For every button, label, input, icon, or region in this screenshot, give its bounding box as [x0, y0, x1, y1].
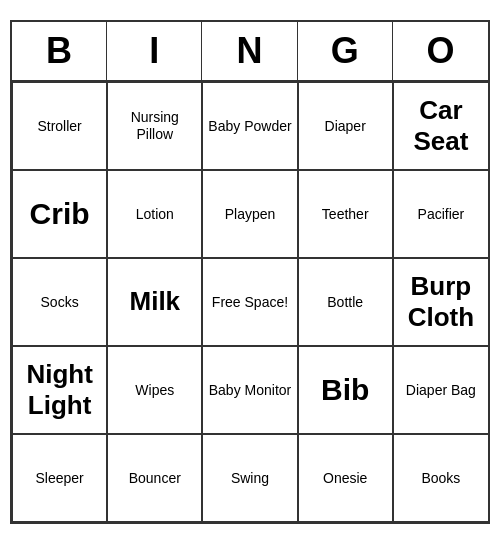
bingo-grid: StrollerNursing PillowBaby PowderDiaperC…: [12, 82, 488, 522]
bingo-cell: Stroller: [12, 82, 107, 170]
bingo-cell: Bib: [298, 346, 393, 434]
bingo-cell: Car Seat: [393, 82, 488, 170]
bingo-cell: Lotion: [107, 170, 202, 258]
bingo-cell: Socks: [12, 258, 107, 346]
bingo-cell: Burp Cloth: [393, 258, 488, 346]
bingo-cell: Night Light: [12, 346, 107, 434]
bingo-cell: Books: [393, 434, 488, 522]
bingo-cell: Nursing Pillow: [107, 82, 202, 170]
bingo-cell: Baby Powder: [202, 82, 297, 170]
header-letter: I: [107, 22, 202, 80]
bingo-cell: Playpen: [202, 170, 297, 258]
bingo-cell: Teether: [298, 170, 393, 258]
bingo-cell: Bottle: [298, 258, 393, 346]
bingo-cell: Onesie: [298, 434, 393, 522]
header-letter: N: [202, 22, 297, 80]
header-letter: B: [12, 22, 107, 80]
bingo-cell: Baby Monitor: [202, 346, 297, 434]
bingo-cell: Sleeper: [12, 434, 107, 522]
bingo-cell: Wipes: [107, 346, 202, 434]
bingo-cell: Diaper: [298, 82, 393, 170]
header-letter: G: [298, 22, 393, 80]
bingo-cell: Milk: [107, 258, 202, 346]
bingo-cell: Diaper Bag: [393, 346, 488, 434]
bingo-cell: Pacifier: [393, 170, 488, 258]
bingo-cell: Crib: [12, 170, 107, 258]
bingo-cell: Free Space!: [202, 258, 297, 346]
bingo-cell: Swing: [202, 434, 297, 522]
bingo-header: BINGO: [12, 22, 488, 82]
bingo-card: BINGO StrollerNursing PillowBaby PowderD…: [10, 20, 490, 524]
header-letter: O: [393, 22, 488, 80]
bingo-cell: Bouncer: [107, 434, 202, 522]
